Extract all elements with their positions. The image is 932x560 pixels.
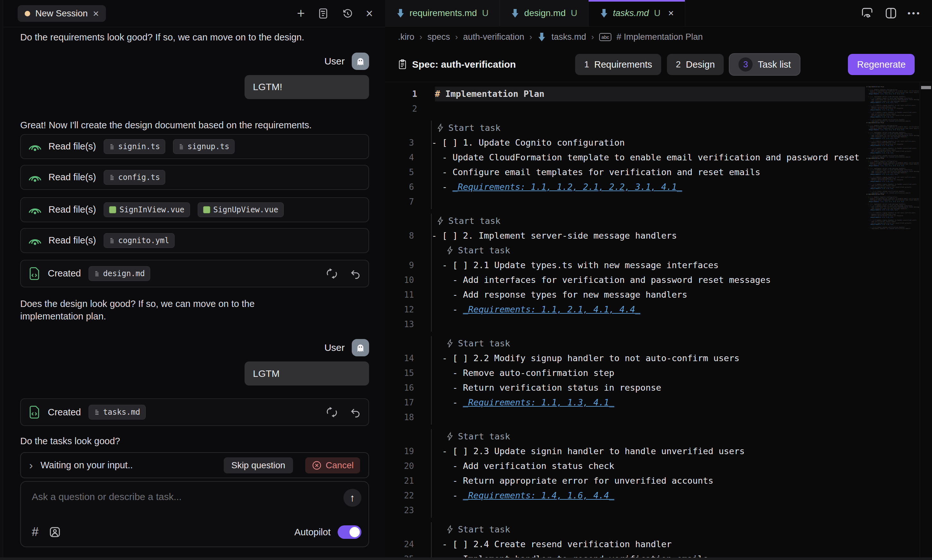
code-area[interactable]: 1# Implementation Plan2 Start task3- [ ]… — [435, 86, 865, 560]
breadcrumb-item[interactable]: tasks.md — [551, 32, 586, 42]
minimap[interactable]: # Implementation Plan - [ ] 1. Update Co… — [867, 86, 919, 542]
requirements-link[interactable]: _Requirements: 1.1, 2.1, 4.1, 4.4_ — [463, 305, 641, 314]
line-number: 3 — [388, 135, 414, 150]
new-session-icon[interactable]: + — [297, 7, 305, 20]
code-line[interactable]: 16- Return verification status in respon… — [431, 380, 865, 395]
requirements-link[interactable]: _Requirements: 1.1, 1.3, 4.1_ — [463, 397, 614, 407]
editor-tab-requirements.md[interactable]: requirements.mdU — [385, 0, 500, 26]
read-eye-icon — [28, 172, 42, 183]
file-chip[interactable]: cognito.yml — [104, 233, 175, 248]
file-chip[interactable]: SignUpView.vue — [198, 202, 284, 217]
scrollbar-thumb[interactable] — [921, 86, 931, 89]
context-hash-icon[interactable]: # — [32, 525, 39, 539]
markdown-file-icon — [599, 8, 608, 18]
breadcrumb-item[interactable]: # Implementation Plan — [616, 32, 703, 42]
code-line[interactable]: 6- _Requirements: 1.1, 1.2, 2.1, 2.2, 3.… — [431, 180, 865, 194]
tool-call-row[interactable]: Read file(s)cognito.yml — [20, 228, 369, 253]
start-task-codelens[interactable]: Start task — [431, 429, 865, 444]
file-chip[interactable]: SignInView.vue — [104, 202, 189, 217]
code-line[interactable]: 20- Add verification status check — [431, 458, 865, 474]
code-line[interactable]: 24- [ ] 2.4 Create resend verification h… — [431, 537, 865, 552]
undo-icon[interactable] — [349, 406, 361, 418]
start-task-codelens[interactable]: Start task — [431, 522, 865, 537]
code-line[interactable]: 12- _Requirements: 1.1, 2.1, 4.1, 4.4_ — [431, 302, 865, 317]
editor-scrollbar[interactable] — [920, 82, 932, 560]
breadcrumb-item[interactable]: specs — [427, 32, 450, 42]
skip-question-button[interactable]: Skip question — [224, 457, 293, 474]
code-line[interactable]: 5- Configure email templates for verific… — [431, 165, 865, 180]
start-task-codelens[interactable]: Start task — [431, 336, 865, 351]
tool-call-row[interactable]: Read file(s)signin.tssignup.ts — [20, 134, 369, 159]
session-close-icon[interactable]: × — [93, 8, 99, 18]
kiro-preview-icon[interactable] — [860, 6, 874, 20]
regenerate-button[interactable]: Regenerate — [848, 54, 915, 75]
chevron-right-icon[interactable]: › — [29, 459, 33, 471]
code-line[interactable]: 8- [ ] 2. Implement server-side message … — [431, 228, 865, 243]
code-line[interactable]: 14- [ ] 2.2 Modify signup handler to not… — [431, 351, 865, 366]
spec-step-design[interactable]: 2Design — [667, 54, 724, 75]
chat-input[interactable]: Ask a question or describe a task... ↑ #… — [20, 481, 369, 547]
view-diff-icon[interactable] — [325, 267, 338, 280]
line-number: 8 — [388, 228, 414, 243]
start-task-codelens[interactable]: Start task — [431, 243, 865, 258]
requirements-link[interactable]: _Requirements: 1.4, 1.6, 4.4_ — [463, 491, 614, 500]
spec-step-task-list[interactable]: 3Task list — [730, 54, 800, 75]
file-chip[interactable]: design.md — [89, 266, 150, 281]
code-line[interactable]: 1# Implementation Plan — [435, 86, 865, 102]
split-editor-icon[interactable] — [884, 6, 898, 20]
code-line[interactable]: 18 — [431, 410, 865, 425]
task-list-icon[interactable] — [317, 8, 329, 20]
view-diff-icon[interactable] — [325, 406, 338, 418]
assistant-message: Great! Now I'll create the design docume… — [20, 119, 369, 131]
window-bottom-edge — [0, 557, 932, 560]
requirements-link[interactable]: _Requirements: 1.1, 1.2, 2.1, 2.2, 3.1, … — [453, 182, 682, 192]
code-line[interactable]: 7 — [431, 194, 865, 209]
code-line[interactable]: 2 — [435, 102, 865, 116]
attach-image-icon[interactable] — [48, 525, 62, 539]
file-chip[interactable]: tasks.md — [89, 405, 146, 420]
more-actions-icon[interactable]: ••• — [907, 8, 921, 18]
file-chip-label: cognito.yml — [118, 236, 169, 245]
line-number: 5 — [388, 165, 414, 180]
close-panel-icon[interactable]: × — [366, 8, 373, 20]
code-editor[interactable]: 1# Implementation Plan2 Start task3- [ ]… — [385, 82, 932, 560]
code-line[interactable]: 4- Update CloudFormation template to ena… — [431, 150, 865, 165]
waiting-bar[interactable]: › Waiting on your input.. Skip question … — [20, 452, 369, 478]
spec-step-requirements[interactable]: 1Requirements — [575, 54, 661, 75]
editor-tab-design.md[interactable]: design.mdU — [500, 0, 588, 26]
cancel-button[interactable]: Cancel — [305, 457, 360, 474]
start-task-codelens[interactable]: Start task — [431, 121, 865, 135]
undo-icon[interactable] — [349, 268, 361, 280]
file-chip[interactable]: config.ts — [104, 170, 165, 185]
code-line[interactable]: 23 — [431, 503, 865, 518]
code-line[interactable]: 9- [ ] 2.1 Update types.ts with new mess… — [431, 258, 865, 272]
read-eye-icon — [28, 141, 42, 152]
code-line[interactable]: 22- _Requirements: 1.4, 1.6, 4.4_ — [431, 488, 865, 503]
start-task-codelens[interactable]: Start task — [431, 214, 865, 228]
autopilot-toggle[interactable] — [337, 525, 361, 539]
editor-tab-tasks.md[interactable]: tasks.mdU× — [588, 0, 685, 26]
created-file-row[interactable]: Created tasks.md — [20, 398, 369, 426]
code-line[interactable]: 13 — [431, 317, 865, 332]
tool-call-row[interactable]: Read file(s)config.ts — [20, 165, 369, 190]
created-file-row[interactable]: Created design.md — [20, 260, 369, 288]
breadcrumb-item[interactable]: .kiro — [398, 32, 414, 42]
file-chip[interactable]: signin.ts — [104, 139, 165, 154]
code-line[interactable]: 15- Remove auto-confirmation step — [431, 366, 865, 380]
history-icon[interactable] — [342, 8, 354, 20]
file-chip[interactable]: signup.ts — [173, 139, 235, 154]
tool-call-row[interactable]: Read file(s)SignInView.vueSignUpView.vue — [20, 197, 369, 222]
line-number: 10 — [388, 272, 414, 288]
bolt-icon — [446, 525, 454, 534]
breadcrumb-item[interactable]: auth-verification — [463, 32, 524, 42]
code-line[interactable]: 21- Return appropriate error for unverif… — [431, 474, 865, 488]
code-line[interactable]: 3- [ ] 1. Update Cognito configuration — [431, 135, 865, 150]
code-line[interactable]: 17- _Requirements: 1.1, 1.3, 4.1_ — [431, 395, 865, 410]
code-line[interactable]: 11- Add response types for new message h… — [431, 288, 865, 302]
tab-close-icon[interactable]: × — [668, 8, 674, 18]
send-button[interactable]: ↑ — [344, 489, 361, 507]
session-tab[interactable]: New Session × — [18, 5, 106, 22]
spec-title-label: Spec: auth-verification — [412, 59, 516, 70]
code-line[interactable]: 19- [ ] 2.3 Update signin handler to han… — [431, 444, 865, 458]
code-line[interactable]: 10- Add interfaces for verification and … — [431, 272, 865, 288]
